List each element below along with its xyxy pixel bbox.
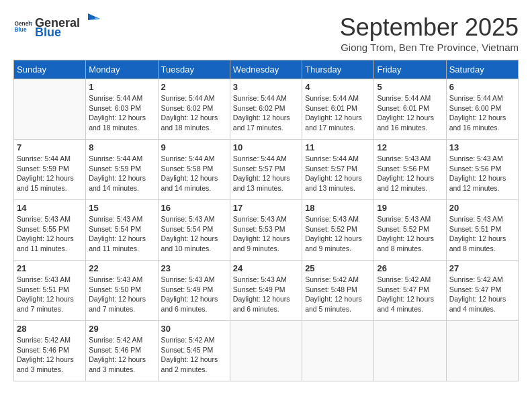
calendar-day-cell [302,321,374,381]
day-number: 27 [449,263,515,273]
day-number: 18 [305,203,371,213]
calendar-day-header: Wednesday [230,60,302,79]
calendar-day-cell: 20Sunrise: 5:43 AMSunset: 5:51 PMDayligh… [446,200,518,261]
calendar-day-cell: 2Sunrise: 5:44 AMSunset: 6:02 PMDaylight… [158,79,230,140]
day-number: 14 [17,203,83,213]
day-number: 5 [377,82,443,92]
day-info: Sunrise: 5:44 AMSunset: 5:58 PMDaylight:… [161,154,227,193]
calendar-day-cell: 28Sunrise: 5:42 AMSunset: 5:46 PMDayligh… [14,321,86,381]
calendar-day-cell: 6Sunrise: 5:44 AMSunset: 6:00 PMDaylight… [446,79,518,140]
day-number: 7 [17,142,83,152]
day-info: Sunrise: 5:43 AMSunset: 5:53 PMDaylight:… [233,214,299,254]
day-number: 4 [305,82,371,92]
day-info: Sunrise: 5:44 AMSunset: 6:00 PMDaylight:… [449,93,515,133]
calendar-day-header: Friday [374,60,446,79]
calendar-day-cell: 23Sunrise: 5:43 AMSunset: 5:49 PMDayligh… [158,261,230,321]
day-info: Sunrise: 5:43 AMSunset: 5:49 PMDaylight:… [161,275,227,314]
calendar-day-cell: 21Sunrise: 5:43 AMSunset: 5:51 PMDayligh… [14,261,86,321]
calendar-day-header: Saturday [446,60,518,79]
day-number: 12 [377,142,443,152]
calendar-day-cell [14,79,86,140]
calendar-week-row: 21Sunrise: 5:43 AMSunset: 5:51 PMDayligh… [14,261,519,321]
day-info: Sunrise: 5:43 AMSunset: 5:54 PMDaylight:… [89,214,154,254]
calendar-day-cell [230,321,302,381]
day-info: Sunrise: 5:44 AMSunset: 6:02 PMDaylight:… [233,93,299,133]
day-number: 9 [161,142,227,152]
day-info: Sunrise: 5:43 AMSunset: 5:49 PMDaylight:… [233,275,299,314]
day-number: 19 [377,203,443,213]
calendar-day-cell: 24Sunrise: 5:43 AMSunset: 5:49 PMDayligh… [230,261,302,321]
calendar-day-cell: 7Sunrise: 5:44 AMSunset: 5:59 PMDaylight… [14,140,86,200]
day-info: Sunrise: 5:42 AMSunset: 5:48 PMDaylight:… [305,275,371,314]
day-number: 28 [17,324,83,334]
day-number: 15 [89,203,154,213]
calendar-day-cell [446,321,518,381]
day-info: Sunrise: 5:44 AMSunset: 6:01 PMDaylight:… [377,93,443,133]
day-number: 24 [233,263,299,273]
day-info: Sunrise: 5:43 AMSunset: 5:52 PMDaylight:… [377,214,443,254]
logo: General Blue General Blue [13,13,99,40]
logo-icon: General Blue [13,17,32,36]
day-number: 1 [89,82,154,92]
day-info: Sunrise: 5:43 AMSunset: 5:54 PMDaylight:… [161,214,227,254]
day-number: 21 [17,263,83,273]
calendar-day-cell: 19Sunrise: 5:43 AMSunset: 5:52 PMDayligh… [374,200,446,261]
calendar-day-cell: 26Sunrise: 5:42 AMSunset: 5:47 PMDayligh… [374,261,446,321]
day-info: Sunrise: 5:42 AMSunset: 5:46 PMDaylight:… [89,335,154,375]
calendar-day-cell: 27Sunrise: 5:42 AMSunset: 5:47 PMDayligh… [446,261,518,321]
day-info: Sunrise: 5:44 AMSunset: 5:59 PMDaylight:… [89,154,154,193]
day-info: Sunrise: 5:44 AMSunset: 6:03 PMDaylight:… [89,93,154,133]
calendar-day-cell: 12Sunrise: 5:43 AMSunset: 5:56 PMDayligh… [374,140,446,200]
day-info: Sunrise: 5:43 AMSunset: 5:51 PMDaylight:… [17,275,83,314]
calendar-day-cell: 18Sunrise: 5:43 AMSunset: 5:52 PMDayligh… [302,200,374,261]
calendar-week-row: 1Sunrise: 5:44 AMSunset: 6:03 PMDaylight… [14,79,519,140]
day-number: 16 [161,203,227,213]
day-info: Sunrise: 5:44 AMSunset: 5:57 PMDaylight:… [305,154,371,193]
day-number: 25 [305,263,371,273]
calendar-day-cell: 1Sunrise: 5:44 AMSunset: 6:03 PMDaylight… [86,79,158,140]
calendar-day-cell: 3Sunrise: 5:44 AMSunset: 6:02 PMDaylight… [230,79,302,140]
day-number: 30 [161,324,227,334]
month-title: September 2025 [340,13,519,42]
day-number: 26 [377,263,443,273]
day-number: 2 [161,82,227,92]
day-info: Sunrise: 5:42 AMSunset: 5:45 PMDaylight:… [161,335,227,375]
calendar-day-cell: 15Sunrise: 5:43 AMSunset: 5:54 PMDayligh… [86,200,158,261]
calendar-day-cell: 14Sunrise: 5:43 AMSunset: 5:55 PMDayligh… [14,200,86,261]
calendar-day-cell: 16Sunrise: 5:43 AMSunset: 5:54 PMDayligh… [158,200,230,261]
calendar-week-row: 7Sunrise: 5:44 AMSunset: 5:59 PMDaylight… [14,140,519,200]
calendar-day-cell: 13Sunrise: 5:43 AMSunset: 5:56 PMDayligh… [446,140,518,200]
calendar-day-header: Tuesday [158,60,230,79]
day-number: 23 [161,263,227,273]
day-info: Sunrise: 5:42 AMSunset: 5:46 PMDaylight:… [17,335,83,375]
day-number: 17 [233,203,299,213]
calendar-day-cell: 29Sunrise: 5:42 AMSunset: 5:46 PMDayligh… [86,321,158,381]
calendar-day-cell: 8Sunrise: 5:44 AMSunset: 5:59 PMDaylight… [86,140,158,200]
calendar-table: SundayMondayTuesdayWednesdayThursdayFrid… [13,60,519,381]
page-header: General Blue General Blue September 2025… [13,13,519,53]
day-info: Sunrise: 5:44 AMSunset: 6:02 PMDaylight:… [161,93,227,133]
calendar-day-cell [374,321,446,381]
calendar-day-cell: 25Sunrise: 5:42 AMSunset: 5:48 PMDayligh… [302,261,374,321]
calendar-header-row: SundayMondayTuesdayWednesdayThursdayFrid… [14,60,519,79]
calendar-day-cell: 5Sunrise: 5:44 AMSunset: 6:01 PMDaylight… [374,79,446,140]
calendar-day-cell: 30Sunrise: 5:42 AMSunset: 5:45 PMDayligh… [158,321,230,381]
calendar-day-cell: 11Sunrise: 5:44 AMSunset: 5:57 PMDayligh… [302,140,374,200]
day-number: 10 [233,142,299,152]
day-info: Sunrise: 5:43 AMSunset: 5:51 PMDaylight:… [449,214,515,254]
calendar-day-cell: 17Sunrise: 5:43 AMSunset: 5:53 PMDayligh… [230,200,302,261]
calendar-week-row: 14Sunrise: 5:43 AMSunset: 5:55 PMDayligh… [14,200,519,261]
day-info: Sunrise: 5:44 AMSunset: 6:01 PMDaylight:… [305,93,371,133]
calendar-week-row: 28Sunrise: 5:42 AMSunset: 5:46 PMDayligh… [14,321,519,381]
svg-text:General: General [14,20,32,27]
day-number: 11 [305,142,371,152]
day-info: Sunrise: 5:43 AMSunset: 5:55 PMDaylight:… [17,214,83,254]
day-info: Sunrise: 5:44 AMSunset: 5:59 PMDaylight:… [17,154,83,193]
day-number: 22 [89,263,154,273]
calendar-day-cell: 4Sunrise: 5:44 AMSunset: 6:01 PMDaylight… [302,79,374,140]
day-info: Sunrise: 5:43 AMSunset: 5:56 PMDaylight:… [449,154,515,193]
day-number: 13 [449,142,515,152]
day-number: 29 [89,324,154,334]
day-info: Sunrise: 5:43 AMSunset: 5:52 PMDaylight:… [305,214,371,254]
day-info: Sunrise: 5:44 AMSunset: 5:57 PMDaylight:… [233,154,299,193]
